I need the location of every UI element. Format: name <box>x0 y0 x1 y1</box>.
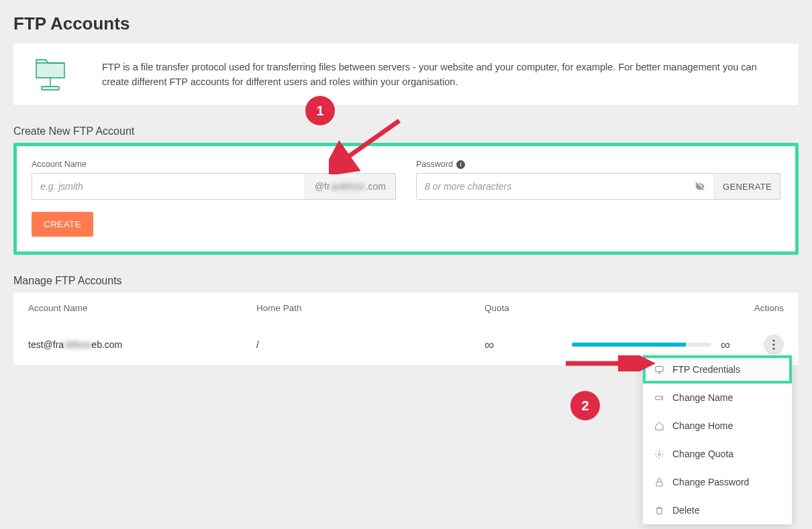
menu-ftp-credentials[interactable]: FTP Credentials <box>643 355 792 384</box>
th-actions: Actions <box>730 303 784 313</box>
svg-point-2 <box>772 339 774 341</box>
toggle-visibility-icon[interactable] <box>686 174 714 199</box>
menu-label: Change Password <box>672 477 749 487</box>
svg-point-3 <box>772 343 774 345</box>
menu-change-name[interactable]: Change Name <box>643 384 792 412</box>
menu-delete[interactable]: Delete <box>643 496 792 524</box>
account-name-input[interactable] <box>32 174 305 199</box>
manage-accounts-card: Account Name Home Path Quota Actions tes… <box>13 292 799 365</box>
manage-section-title: Manage FTP Accounts <box>13 275 799 287</box>
th-home: Home Path <box>256 303 485 313</box>
page-title: FTP Accounts <box>13 13 799 34</box>
svg-line-12 <box>342 121 399 161</box>
table-header: Account Name Home Path Quota Actions <box>13 292 799 324</box>
th-account: Account Name <box>28 303 256 313</box>
menu-label: Change Quota <box>672 449 733 459</box>
annotation-arrow-2 <box>562 355 656 371</box>
annotation-badge-2: 2 <box>570 391 600 420</box>
cell-account: test@frankforweb.com <box>28 339 256 350</box>
info-icon[interactable]: i <box>456 160 465 169</box>
menu-label: Change Home <box>672 420 733 431</box>
actions-menu-button[interactable] <box>764 335 784 355</box>
create-button[interactable]: CREATE <box>32 212 93 237</box>
menu-label: FTP Credentials <box>672 364 740 375</box>
password-label: Password <box>416 160 453 169</box>
menu-label: Delete <box>672 505 699 516</box>
trash-icon <box>654 506 664 516</box>
svg-point-4 <box>772 347 774 349</box>
menu-change-home[interactable]: Change Home <box>643 412 792 440</box>
menu-change-password[interactable]: Change Password <box>643 468 792 496</box>
annotation-arrow-1 <box>329 114 409 174</box>
info-card: FTP is a file transfer protocol used for… <box>13 44 799 105</box>
svg-rect-11 <box>656 481 662 485</box>
cell-home-path: / <box>256 339 485 350</box>
ftp-folder-icon <box>28 56 75 93</box>
usage-limit: ∞ <box>721 337 730 353</box>
usage-progress-bar <box>572 343 711 347</box>
menu-label: Change Name <box>672 392 733 403</box>
gear-icon <box>654 449 664 459</box>
password-input[interactable] <box>417 174 686 199</box>
lock-icon <box>654 477 664 487</box>
svg-rect-8 <box>655 396 661 400</box>
info-description: FTP is a file transfer protocol used for… <box>102 60 784 90</box>
annotation-badge-1: 1 <box>305 96 335 125</box>
domain-suffix: @frankforw.com <box>305 174 395 199</box>
svg-rect-1 <box>42 86 59 90</box>
generate-button[interactable]: GENERATE <box>714 174 780 199</box>
cell-quota: ∞ <box>485 337 572 353</box>
svg-rect-5 <box>655 366 662 371</box>
svg-point-10 <box>658 453 660 455</box>
home-icon <box>654 421 664 431</box>
rename-icon <box>654 393 664 403</box>
actions-dropdown: FTP Credentials Change Name Change Home … <box>643 355 792 524</box>
th-quota: Quota <box>485 303 572 313</box>
password-field: Password i GENERATE <box>416 160 780 200</box>
menu-change-quota[interactable]: Change Quota <box>643 440 792 468</box>
cell-usage: ∞ <box>572 337 730 353</box>
